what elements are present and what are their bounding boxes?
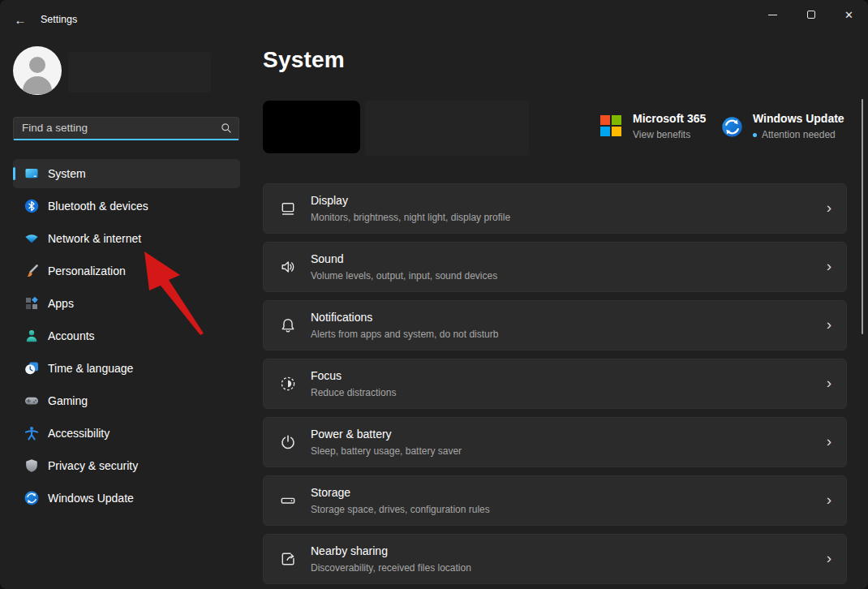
row-title: Notifications <box>311 311 372 324</box>
row-subtitle: Storage space, drives, configuration rul… <box>311 504 490 515</box>
sidebar-item-privacy-security[interactable]: Privacy & security <box>13 451 240 480</box>
maximize-icon <box>807 11 815 19</box>
personalization-icon <box>24 263 40 279</box>
sidebar-item-label: Time & language <box>48 362 133 375</box>
sidebar-item-personalization[interactable]: Personalization <box>13 256 240 286</box>
avatar[interactable] <box>13 46 62 95</box>
sidebar-item-accounts[interactable]: Accounts <box>13 321 240 350</box>
sidebar-item-label: Apps <box>48 297 74 310</box>
row-subtitle: Alerts from apps and system, do not dist… <box>311 329 498 340</box>
apps-icon <box>24 295 40 312</box>
settings-window: ← Settings ✕ System Bluetooth & devices <box>0 0 868 589</box>
sidebar-item-label: Gaming <box>48 394 88 407</box>
chevron-right-icon: › <box>827 199 831 217</box>
sidebar-item-network-internet[interactable]: Network & internet <box>13 224 240 253</box>
device-name-redacted <box>365 101 529 156</box>
minimize-button[interactable] <box>754 0 792 29</box>
row-title: Storage <box>311 486 350 499</box>
settings-row-notifications[interactable]: Notifications Alerts from apps and syste… <box>263 300 847 350</box>
device-thumbnail-redacted <box>263 101 360 153</box>
card-subtitle: View benefits <box>633 129 690 140</box>
power-icon <box>279 433 297 451</box>
row-title: Power & battery <box>311 428 392 441</box>
microsoft-365-card[interactable]: Microsoft 365 View benefits <box>600 112 722 140</box>
sidebar-item-windows-update[interactable]: Windows Update <box>13 484 240 513</box>
sidebar-item-label: Bluetooth & devices <box>48 200 148 213</box>
sidebar-item-label: Accessibility <box>48 427 110 440</box>
sidebar-item-accessibility[interactable]: Accessibility <box>13 419 240 448</box>
sidebar-item-label: System <box>48 167 86 180</box>
settings-row-focus[interactable]: Focus Reduce distractions › <box>263 359 847 409</box>
settings-row-sound[interactable]: Sound Volume levels, output, input, soun… <box>263 242 847 292</box>
row-title: Display <box>311 194 348 207</box>
sidebar-item-gaming[interactable]: Gaming <box>13 386 240 415</box>
chevron-right-icon: › <box>827 491 831 509</box>
sidebar-item-time-language[interactable]: Time & language <box>13 354 240 383</box>
sidebar-item-system[interactable]: System <box>13 159 240 188</box>
sidebar-item-label: Personalization <box>48 264 126 277</box>
row-title: Focus <box>311 369 342 382</box>
sidebar-item-apps[interactable]: Apps <box>13 289 240 318</box>
windows-update-icon <box>24 490 40 506</box>
scrollbar[interactable] <box>862 99 863 334</box>
card-subtitle: Attention needed <box>762 129 836 140</box>
display-icon <box>279 200 297 217</box>
row-title: Nearby sharing <box>311 544 388 557</box>
card-title: Microsoft 365 <box>633 112 722 125</box>
chevron-right-icon: › <box>827 374 831 392</box>
settings-row-nearby-sharing[interactable]: Nearby sharing Discoverability, received… <box>263 534 847 584</box>
back-arrow-icon: ← <box>15 13 27 27</box>
row-subtitle: Monitors, brightness, night light, displ… <box>311 212 510 223</box>
minimize-icon <box>768 15 777 15</box>
accessibility-icon <box>24 425 40 441</box>
search-icon[interactable] <box>217 122 238 135</box>
chevron-right-icon: › <box>827 316 831 333</box>
windows-update-icon <box>720 115 744 139</box>
gaming-icon <box>24 393 40 409</box>
sidebar-item-label: Network & internet <box>48 232 141 245</box>
search-box <box>13 117 239 140</box>
app-title: Settings <box>41 14 77 25</box>
microsoft-logo-icon <box>600 115 621 136</box>
accounts-icon <box>24 328 40 344</box>
settings-row-display[interactable]: Display Monitors, brightness, night ligh… <box>263 183 847 234</box>
page-title: System <box>263 47 345 73</box>
network-icon <box>24 230 40 247</box>
chevron-right-icon: › <box>827 257 831 275</box>
row-subtitle: Sleep, battery usage, battery saver <box>311 445 462 457</box>
sidebar-item-bluetooth-devices[interactable]: Bluetooth & devices <box>13 191 240 221</box>
back-button[interactable]: ← <box>6 6 34 32</box>
titlebar: ← Settings ✕ <box>0 0 868 39</box>
system-icon <box>24 166 40 182</box>
sidebar-item-label: Privacy & security <box>48 459 138 472</box>
chevron-right-icon: › <box>827 549 831 567</box>
maximize-button[interactable] <box>792 0 830 29</box>
row-subtitle: Reduce distractions <box>311 387 396 398</box>
row-subtitle: Discoverability, received files location <box>311 562 471 574</box>
avatar-person-icon <box>29 57 45 73</box>
window-controls: ✕ <box>754 0 868 29</box>
close-icon: ✕ <box>844 10 853 20</box>
storage-icon <box>279 492 297 509</box>
search-input[interactable] <box>14 118 217 139</box>
privacy-security-icon <box>24 458 40 474</box>
chevron-right-icon: › <box>827 432 831 450</box>
sound-icon <box>279 258 297 276</box>
close-button[interactable]: ✕ <box>830 0 868 29</box>
account-name-redacted <box>68 52 211 92</box>
settings-row-storage[interactable]: Storage Storage space, drives, configura… <box>263 475 847 526</box>
avatar-person-icon <box>23 76 52 94</box>
time-language-icon <box>24 360 40 376</box>
status-dot <box>753 133 757 137</box>
sidebar-item-label: Windows Update <box>48 492 134 505</box>
focus-icon <box>279 375 297 393</box>
row-title: Sound <box>311 252 343 265</box>
card-title: Windows Update <box>753 112 850 125</box>
row-subtitle: Volume levels, output, input, sound devi… <box>311 270 497 282</box>
sidebar-item-label: Accounts <box>48 329 95 342</box>
settings-row-power-battery[interactable]: Power & battery Sleep, battery usage, ba… <box>263 417 847 467</box>
notifications-icon <box>279 316 297 334</box>
bluetooth-icon <box>24 198 40 214</box>
nearby-sharing-icon <box>279 550 297 568</box>
windows-update-card[interactable]: Windows Update Attention needed <box>720 112 850 140</box>
